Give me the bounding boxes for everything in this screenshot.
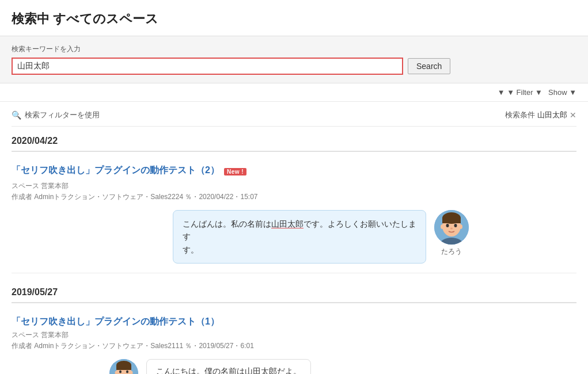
- filter-usage-label: 検索フィルターを使用: [25, 110, 100, 120]
- svg-point-15: [126, 371, 128, 373]
- svg-point-9: [459, 224, 462, 229]
- avatar-area-2: たろう: [109, 359, 138, 374]
- result-space-2: スペース 営業本部: [12, 330, 576, 340]
- search-icon: 🔍: [12, 110, 21, 120]
- result-item-2: 「セリフ吹き出し」プラグインの動作テスト（1） スペース 営業本部 作成者 Ad…: [12, 309, 576, 374]
- space-label-2: スペース 営業本部: [12, 331, 69, 339]
- chat-preview-2: たろう こんにちは。僕の名前は山田太郎だよ。: [12, 359, 576, 374]
- highlight-1: 山田太郎: [271, 219, 304, 228]
- page-header: 検索中 すべてのスペース: [0, 0, 588, 36]
- svg-point-8: [441, 224, 444, 229]
- new-badge-1: New !: [224, 168, 246, 175]
- avatar-1: [434, 210, 469, 245]
- space-label-1: スペース 営業本部: [12, 182, 69, 190]
- result-space-1: スペース 営業本部: [12, 181, 576, 191]
- content-area: 🔍 検索フィルターを使用 検索条件 山田太郎 ✕ 2020/04/22 「セリフ…: [0, 102, 588, 374]
- filter-button[interactable]: ▼ ▼ Filter ▼: [498, 88, 543, 97]
- result-author-1: 作成者 Adminトラクション・ソフトウェア・Sales2224 ％・2020/…: [12, 192, 576, 202]
- search-meta-row: 🔍 検索フィルターを使用 検索条件 山田太郎 ✕: [12, 102, 576, 127]
- condition-close-button[interactable]: ✕: [570, 110, 576, 120]
- date-separator-1: 2020/04/22: [12, 127, 576, 152]
- filter-icon: ▼: [498, 88, 507, 97]
- date-separator-2: 2019/05/27: [12, 278, 576, 303]
- result-title-1[interactable]: 「セリフ吹き出し」プラグインの動作テスト（2）: [12, 165, 219, 177]
- filter-usage: 🔍 検索フィルターを使用: [12, 110, 100, 120]
- condition-prefix: 検索条件: [505, 110, 535, 120]
- highlight-2: 山田太郎: [245, 367, 277, 374]
- svg-point-6: [450, 228, 453, 230]
- condition-value: 山田太郎: [537, 110, 567, 120]
- chat-bubble-2: こんにちは。僕の名前は山田太郎だよ。: [146, 359, 311, 374]
- chat-preview-1: こんばんは。私の名前は山田太郎です。よろしくお願いいたしますす。: [12, 210, 576, 264]
- search-section: 検索キーワードを入力 Search: [0, 36, 588, 83]
- svg-point-14: [119, 371, 122, 373]
- svg-point-5: [454, 224, 457, 227]
- avatar-area-1: たろう: [434, 210, 469, 257]
- svg-point-4: [446, 224, 449, 227]
- page-title: 検索中 すべてのスペース: [12, 10, 576, 28]
- search-input[interactable]: [12, 58, 403, 75]
- filter-bar: ▼ ▼ Filter ▼ Show ▼: [0, 83, 588, 102]
- chat-bubble-1: こんばんは。私の名前は山田太郎です。よろしくお願いいたしますす。: [173, 210, 426, 264]
- avatar-2: [109, 359, 138, 374]
- avatar-name-1: たろう: [441, 247, 462, 257]
- result-author-2: 作成者 Adminトラクション・ソフトウェア・Sales2111 ％・2019/…: [12, 341, 576, 351]
- result-title-2[interactable]: 「セリフ吹き出し」プラグインの動作テスト（1）: [12, 316, 576, 328]
- search-condition: 検索条件 山田太郎 ✕: [505, 110, 576, 120]
- show-label: Show ▼: [548, 88, 576, 97]
- search-button[interactable]: Search: [408, 58, 450, 74]
- filter-label: ▼ Filter ▼: [507, 88, 543, 97]
- search-row: Search: [12, 58, 576, 75]
- search-label: 検索キーワードを入力: [12, 44, 576, 54]
- show-button[interactable]: Show ▼: [548, 88, 576, 97]
- result-item-1: 「セリフ吹き出し」プラグインの動作テスト（2） New ! スペース 営業本部 …: [12, 158, 576, 273]
